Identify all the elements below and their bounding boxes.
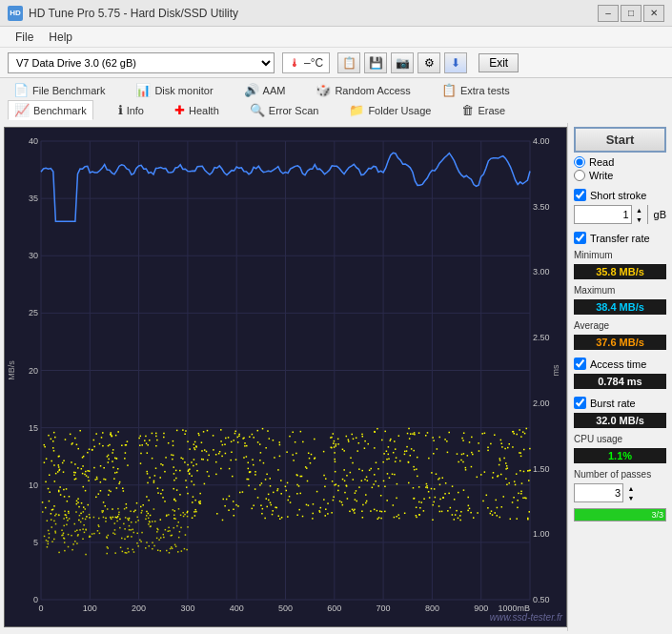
average-value: 37.6 MB/s: [574, 335, 666, 350]
extra-tests-icon: 📋: [441, 83, 457, 97]
start-button[interactable]: Start: [574, 127, 666, 153]
passes-input[interactable]: [575, 487, 622, 499]
tab-row-2: 📈 Benchmark ℹ Info ✚ Health 🔍 Error Scan…: [8, 100, 664, 120]
tab-extra-tests[interactable]: 📋 Extra tests: [436, 81, 516, 99]
access-time-value: 0.784 ms: [574, 374, 666, 389]
burst-rate-label[interactable]: Burst rate: [574, 397, 666, 409]
tab-erase[interactable]: 🗑 Erase: [456, 100, 511, 120]
passes-label: Number of passes: [574, 469, 666, 480]
tab-section: 📄 File Benchmark 📊 Disk monitor 🔊 AAM 🎲 …: [0, 78, 672, 123]
write-radio[interactable]: [574, 170, 585, 181]
spin-down[interactable]: ▼: [632, 215, 647, 224]
access-time-checkbox[interactable]: [574, 358, 586, 370]
passes-spin-down[interactable]: ▼: [623, 493, 639, 502]
tab-error-scan[interactable]: 🔍 Error Scan: [244, 100, 325, 120]
benchmark-chart: [5, 128, 566, 626]
window-title: HD Tune Pro 5.75 - Hard Disk/SSD Utility: [29, 7, 238, 20]
title-bar: HD HD Tune Pro 5.75 - Hard Disk/SSD Util…: [0, 0, 672, 27]
short-stroke-spinbox: ▲ ▼: [574, 205, 648, 224]
spin-up[interactable]: ▲: [632, 205, 647, 215]
toolbar-icon-3[interactable]: 📷: [391, 52, 414, 73]
tab-file-benchmark[interactable]: 📄 File Benchmark: [8, 81, 111, 99]
toolbar: V7 Data Drive 3.0 (62 gB) 🌡 –°C 📋 💾 📷 ⚙ …: [0, 48, 672, 78]
short-stroke-label[interactable]: Short stroke: [574, 189, 666, 201]
tab-row-1: 📄 File Benchmark 📊 Disk monitor 🔊 AAM 🎲 …: [8, 81, 664, 99]
main-content: www.ssd-tester.fr Start Read Write Short…: [0, 123, 672, 631]
random-access-icon: 🎲: [316, 83, 331, 97]
burst-rate-checkbox[interactable]: [574, 397, 586, 409]
watermark: www.ssd-tester.fr: [490, 612, 562, 623]
short-stroke-unit: gB: [654, 209, 666, 220]
folder-usage-icon: 📁: [349, 103, 364, 117]
maximize-button[interactable]: □: [621, 5, 641, 22]
progress-label: 3/3: [651, 510, 663, 520]
menu-bar: File Help: [0, 27, 672, 48]
tab-health[interactable]: ✚ Health: [169, 100, 225, 120]
minimum-value: 35.8 MB/s: [574, 264, 666, 279]
error-scan-icon: 🔍: [250, 103, 265, 117]
short-stroke-checkbox[interactable]: [574, 189, 586, 201]
transfer-rate-label[interactable]: Transfer rate: [574, 232, 666, 244]
tab-random-access[interactable]: 🎲 Random Access: [310, 81, 416, 99]
temperature-display: 🌡 –°C: [282, 52, 330, 73]
read-radio-label[interactable]: Read: [574, 156, 666, 168]
average-label: Average: [574, 320, 666, 331]
cpu-usage-label: CPU usage: [574, 434, 666, 444]
info-icon: ℹ: [118, 103, 123, 117]
file-benchmark-icon: 📄: [13, 83, 29, 97]
drive-selector[interactable]: V7 Data Drive 3.0 (62 gB): [8, 52, 275, 73]
tab-benchmark[interactable]: 📈 Benchmark: [8, 100, 93, 120]
aam-icon: 🔊: [244, 83, 259, 97]
maximum-label: Maximum: [574, 285, 666, 296]
minimum-label: Minimum: [574, 250, 666, 260]
temp-value: –°C: [304, 56, 323, 70]
tab-info[interactable]: ℹ Info: [112, 100, 150, 120]
passes-spinbox: ▲ ▼: [574, 483, 631, 502]
passes-box: ▲ ▼: [574, 483, 666, 502]
right-panel: Start Read Write Short stroke ▲ ▼: [567, 123, 672, 631]
close-button[interactable]: ✕: [643, 5, 664, 22]
benchmark-icon: 📈: [14, 103, 30, 117]
passes-spin-up[interactable]: ▲: [623, 483, 639, 493]
exit-button[interactable]: Exit: [479, 53, 519, 72]
toolbar-icon-2[interactable]: 💾: [364, 52, 387, 73]
transfer-rate-checkbox[interactable]: [574, 232, 586, 244]
short-stroke-input[interactable]: [575, 209, 631, 220]
read-write-radio-group: Read Write: [574, 156, 666, 181]
minimize-button[interactable]: –: [598, 5, 619, 22]
menu-help[interactable]: Help: [41, 29, 80, 46]
tab-disk-monitor[interactable]: 📊 Disk monitor: [130, 81, 218, 99]
progress-bar-fill: 3/3: [575, 509, 665, 521]
access-time-label[interactable]: Access time: [574, 358, 666, 370]
toolbar-icon-5[interactable]: ⬇: [444, 52, 467, 73]
toolbar-icon-1[interactable]: 📋: [337, 52, 360, 73]
maximum-value: 38.4 MB/s: [574, 299, 666, 315]
menu-file[interactable]: File: [8, 29, 41, 46]
health-icon: ✚: [174, 103, 185, 117]
tab-aam[interactable]: 🔊 AAM: [238, 81, 292, 99]
progress-bar-container: 3/3: [574, 508, 666, 522]
burst-rate-value: 32.0 MB/s: [574, 413, 666, 428]
cpu-usage-value: 1.1%: [574, 448, 666, 463]
disk-monitor-icon: 📊: [135, 83, 151, 97]
toolbar-icon-4[interactable]: ⚙: [417, 52, 440, 73]
write-radio-label[interactable]: Write: [574, 170, 666, 181]
read-radio[interactable]: [574, 156, 585, 168]
thermometer-icon: 🌡: [289, 56, 300, 70]
app-icon: HD: [8, 6, 23, 21]
erase-icon: 🗑: [461, 103, 474, 117]
tab-folder-usage[interactable]: 📁 Folder Usage: [343, 100, 437, 120]
